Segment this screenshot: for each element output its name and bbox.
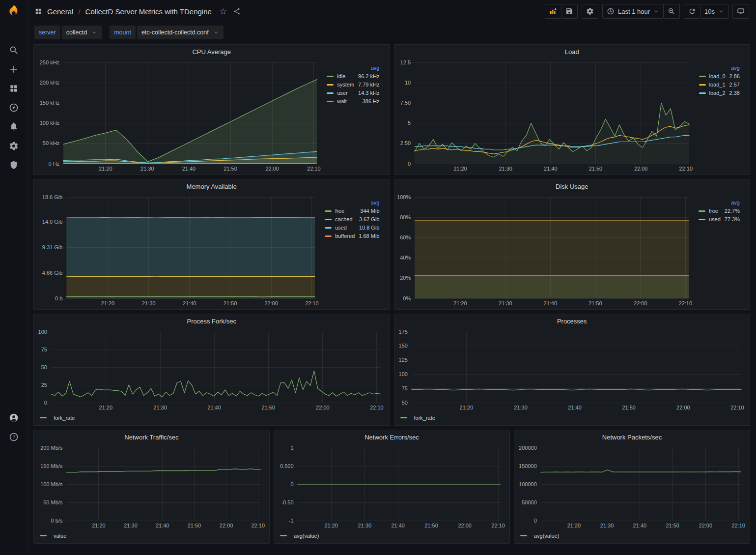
legend-avg-header[interactable]: avg: [728, 63, 742, 72]
variable-value-dropdown[interactable]: collectd: [62, 26, 102, 39]
panel-title-load[interactable]: Load: [394, 45, 750, 58]
legend-series-avg-value-[interactable]: avg(value): [534, 533, 559, 539]
star-icon[interactable]: ☆: [220, 7, 227, 16]
svg-text:100 Mb/s: 100 Mb/s: [40, 481, 63, 487]
legend-series-wait[interactable]: wait: [337, 98, 347, 104]
legend-series-load_2[interactable]: load_2: [709, 90, 726, 96]
grafana-logo[interactable]: [6, 0, 21, 23]
chart-svg-network-packets-sec[interactable]: 21:2021:3021:4021:5022:0022:100500001000…: [517, 444, 747, 530]
chart-network-errors-sec[interactable]: 21:2021:3021:4021:5022:0022:10-1-0.5000.…: [277, 444, 506, 530]
legend-series-free[interactable]: free: [335, 208, 344, 214]
share-icon[interactable]: [233, 7, 241, 15]
sidebar-item-configuration[interactable]: [8, 140, 20, 152]
zoom-out-button[interactable]: [664, 4, 680, 19]
chart-network-traffic-sec[interactable]: 21:2021:3021:4021:5022:0022:100 b/s50 Mb…: [37, 444, 266, 530]
panel-processes: Processes21:2021:3021:4021:5022:0022:105…: [394, 314, 751, 426]
add-panel-icon: [549, 7, 557, 15]
time-range-picker[interactable]: Last 1 hour: [602, 4, 664, 19]
svg-text:20%: 20%: [400, 275, 411, 281]
chart-network-packets-sec[interactable]: 21:2021:3021:4021:5022:0022:100500001000…: [517, 444, 747, 530]
chart-svg-process-fork-sec[interactable]: 21:2021:3021:4021:5022:0022:100255075100: [37, 328, 387, 412]
svg-text:125: 125: [398, 357, 407, 363]
dashboard-grid-icon[interactable]: [34, 7, 42, 15]
legend-series-user[interactable]: user: [337, 90, 347, 96]
gear-icon: [9, 141, 19, 151]
legend-avg-header[interactable]: avg: [723, 198, 742, 206]
svg-text:22:00: 22:00: [458, 523, 472, 528]
svg-text:21:20: 21:20: [453, 300, 467, 306]
panel-title-disk-usage[interactable]: Disk Usage: [394, 179, 750, 193]
sidebar-item-create[interactable]: [8, 63, 20, 75]
legend-series-buffered[interactable]: buffered: [335, 233, 355, 239]
save-dashboard-button[interactable]: [561, 4, 578, 19]
refresh-button[interactable]: [684, 4, 700, 19]
refresh-interval-dropdown[interactable]: 10s: [700, 4, 728, 19]
sidebar-item-dashboards[interactable]: [8, 83, 20, 94]
legend-series-load_1[interactable]: load_1: [709, 82, 726, 88]
sidebar-item-search[interactable]: [8, 44, 20, 56]
sidebar-item-profile[interactable]: [8, 412, 20, 424]
svg-text:22:00: 22:00: [634, 166, 647, 172]
panel-title-network-packets-sec[interactable]: Network Packets/sec: [514, 430, 750, 444]
chart-process-fork-sec[interactable]: 21:2021:3021:4021:5022:0022:100255075100: [37, 328, 387, 412]
legend-swatch: [699, 84, 706, 86]
dashboards-grid-icon: [9, 84, 19, 93]
add-panel-button[interactable]: [545, 4, 561, 19]
svg-text:22:00: 22:00: [676, 405, 690, 410]
legend-series-used[interactable]: used: [709, 216, 721, 222]
legend-series-used[interactable]: used: [335, 225, 347, 231]
chart-svg-processes[interactable]: 21:2021:3021:4021:5022:0022:105075100125…: [397, 328, 747, 412]
legend-avg-header[interactable]: avg: [357, 198, 381, 206]
svg-text:-0.50: -0.50: [281, 499, 293, 505]
chart-svg-network-traffic-sec[interactable]: 21:2021:3021:4021:5022:0022:100 b/s50 Mb…: [37, 444, 266, 530]
chart-svg-memory-available[interactable]: 21:2021:3021:4021:5022:0022:100 b4.66 Gi…: [37, 193, 321, 308]
panel-title-network-errors-sec[interactable]: Network Errors/sec: [274, 430, 509, 444]
svg-text:5: 5: [408, 120, 411, 126]
chart-svg-network-errors-sec[interactable]: 21:2021:3021:4021:5022:0022:10-1-0.5000.…: [277, 444, 506, 530]
legend-series-free[interactable]: free: [709, 208, 718, 214]
legend-avg-header[interactable]: avg: [356, 63, 381, 72]
panel-title-memory-available[interactable]: Memory Available: [34, 179, 390, 193]
panel-title-cpu-average[interactable]: CPU Average: [34, 45, 390, 58]
legend-series-system[interactable]: system: [337, 82, 354, 88]
legend-series-avg-value-[interactable]: avg(value): [294, 533, 319, 539]
variable-value-dropdown[interactable]: etc-collectd-collectd.conf: [137, 26, 224, 39]
sidebar-item-help[interactable]: ?: [8, 431, 20, 443]
refresh-group: 10s: [684, 4, 728, 19]
svg-text:100%: 100%: [397, 194, 411, 200]
legend-disk-usage: avgfree22.7%used77.3%: [695, 193, 747, 308]
chart-disk-usage[interactable]: 21:2021:3021:4021:5022:0022:100%20%40%60…: [397, 193, 695, 308]
legend-series-idle[interactable]: idle: [337, 73, 345, 79]
svg-text:21:30: 21:30: [499, 300, 512, 306]
chart-svg-load[interactable]: 21:2021:3021:4021:5022:0022:1002.5057.50…: [397, 58, 695, 174]
panel-load: Load21:2021:3021:4021:5022:0022:1002.505…: [394, 44, 751, 175]
breadcrumb-folder[interactable]: General: [47, 7, 73, 16]
sidebar-item-server-admin[interactable]: [8, 159, 20, 171]
chart-cpu-average[interactable]: 21:2021:3021:4021:5022:0022:100 Hz50 kHz…: [37, 58, 323, 174]
svg-text:21:30: 21:30: [499, 166, 512, 172]
legend-series-fork_rate[interactable]: fork_rate: [54, 415, 75, 421]
cycle-view-mode-button[interactable]: [732, 4, 749, 19]
variable-mount: mount etc-collectd-collectd.conf: [110, 26, 224, 39]
svg-text:21:40: 21:40: [156, 523, 169, 528]
chart-memory-available[interactable]: 21:2021:3021:4021:5022:0022:100 b4.66 Gi…: [37, 193, 321, 308]
legend-series-fork_rate[interactable]: fork_rate: [414, 415, 435, 421]
legend-swatch: [40, 535, 47, 536]
svg-text:21:50: 21:50: [666, 523, 679, 528]
sidebar-item-alerting[interactable]: [8, 121, 20, 133]
dashboard-settings-button[interactable]: [582, 4, 598, 19]
panel-title-network-traffic-sec[interactable]: Network Traffic/sec: [34, 430, 269, 444]
panel-title-processes[interactable]: Processes: [394, 314, 750, 328]
legend-series-value[interactable]: value: [54, 533, 66, 539]
chart-svg-disk-usage[interactable]: 21:2021:3021:4021:5022:0022:100%20%40%60…: [397, 193, 695, 308]
legend-series-load_0[interactable]: load_0: [709, 73, 726, 79]
legend-series-cached[interactable]: cached: [335, 216, 352, 222]
svg-text:2.50: 2.50: [400, 140, 410, 146]
breadcrumb-title[interactable]: CollectD Server Metrics with TDengine: [85, 7, 212, 16]
panel-title-process-fork-sec[interactable]: Process Fork/sec: [34, 314, 390, 328]
sidebar-item-explore[interactable]: [8, 102, 20, 114]
svg-text:21:40: 21:40: [207, 405, 221, 410]
chart-processes[interactable]: 21:2021:3021:4021:5022:0022:105075100125…: [397, 328, 747, 412]
chart-load[interactable]: 21:2021:3021:4021:5022:0022:1002.5057.50…: [397, 58, 695, 174]
chart-svg-cpu-average[interactable]: 21:2021:3021:4021:5022:0022:100 Hz50 kHz…: [37, 58, 323, 174]
